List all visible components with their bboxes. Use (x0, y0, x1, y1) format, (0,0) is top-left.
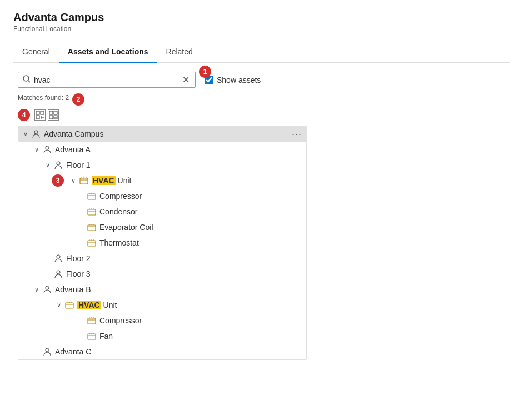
label-compressor-1: Compressor (99, 192, 304, 201)
tree-row-compressor-1[interactable]: Compressor (18, 188, 306, 204)
label-floor-1: Floor 1 (66, 161, 304, 169)
asset-icon-compressor-2 (86, 315, 97, 326)
asset-icon-hvac-unit-2 (64, 299, 75, 311)
matches-text: Matches found: 2 (18, 94, 69, 102)
chevron-hvac-unit-1: ∨ (68, 176, 78, 186)
tab-related[interactable]: Related (157, 42, 202, 63)
location-icon-advanta-campus (31, 128, 42, 139)
svg-point-22 (46, 286, 49, 289)
asset-icon-thermostat (86, 237, 97, 248)
tabs-bar: General Assets and Locations Related (13, 42, 510, 63)
svg-point-12 (34, 131, 38, 134)
callout-badge-3: 3 (52, 174, 64, 187)
label-floor-3: Floor 3 (66, 269, 304, 278)
svg-rect-3 (41, 111, 44, 114)
tree-row-floor-3[interactable]: Floor 3 (18, 266, 306, 282)
svg-rect-8 (54, 111, 57, 114)
label-thermostat: Thermostat (99, 238, 304, 247)
svg-point-20 (57, 255, 60, 258)
label-hvac-unit-1: HVAC Unit (92, 176, 304, 185)
search-icon (23, 75, 31, 84)
tree-row-advanta-c[interactable]: Advanta C (18, 344, 306, 359)
label-floor-2: Floor 2 (66, 254, 304, 263)
location-icon-floor-3 (53, 268, 64, 279)
asset-icon-condensor (86, 206, 97, 217)
tree-row-advanta-campus[interactable]: ∨ Advanta Campus ··· (18, 126, 306, 142)
label-advanta-a: Advanta A (55, 145, 304, 154)
svg-rect-25 (88, 334, 96, 339)
label-hvac-unit-2: HVAC Unit (77, 301, 304, 309)
svg-rect-9 (49, 116, 53, 119)
tree-row-advanta-b[interactable]: ∨ Advanta B (18, 282, 306, 297)
tree-row-floor-2[interactable]: Floor 2 (18, 251, 306, 266)
svg-point-21 (57, 271, 60, 274)
expand-all-button[interactable] (34, 109, 46, 121)
location-icon-advanta-c (42, 346, 53, 357)
label-condensor: Condensor (99, 207, 304, 216)
tree-row-hvac-unit-1[interactable]: 3 ∨ HVAC Unit (18, 173, 306, 188)
location-icon-advanta-a (42, 144, 53, 155)
chevron-floor-1: ∨ (43, 160, 53, 170)
label-fan: Fan (99, 332, 304, 341)
tree: ∨ Advanta Campus ··· ∨ (18, 126, 307, 360)
collapse-all-button[interactable] (48, 109, 59, 121)
tree-row-thermostat[interactable]: Thermostat (18, 235, 306, 251)
content-area: ✕ 1 Show assets Matches found: 2 2 4 (13, 63, 510, 369)
svg-rect-4 (36, 116, 39, 119)
svg-rect-2 (36, 111, 39, 114)
tree-row-condensor[interactable]: Condensor (18, 204, 306, 219)
search-input[interactable] (34, 76, 181, 84)
tab-general[interactable]: General (13, 42, 59, 63)
label-compressor-2: Compressor (99, 316, 304, 325)
search-box: ✕ (18, 72, 196, 88)
chevron-advanta-a: ∨ (32, 144, 42, 154)
svg-rect-18 (88, 225, 96, 231)
tree-row-hvac-unit-2[interactable]: ∨ HVAC Unit (18, 297, 306, 313)
svg-rect-24 (88, 318, 96, 324)
page-subtitle: Functional Location (13, 25, 510, 33)
asset-icon-compressor-1 (86, 191, 97, 202)
callout-badge-4: 4 (18, 109, 30, 121)
clear-search-button[interactable]: ✕ (181, 74, 191, 85)
svg-line-1 (28, 81, 30, 82)
label-advanta-c: Advanta C (55, 347, 304, 356)
tree-row-advanta-a[interactable]: ∨ Advanta A (18, 142, 306, 157)
chevron-advanta-campus: ∨ (21, 129, 31, 139)
label-evaporator-coil: Evaporator Coil (99, 223, 304, 232)
page-title: Advanta Campus (13, 11, 510, 24)
location-icon-floor-1 (53, 159, 64, 171)
svg-rect-7 (49, 111, 53, 114)
tree-row-evaporator-coil[interactable]: Evaporator Coil (18, 219, 306, 235)
svg-point-26 (46, 348, 49, 352)
location-icon-advanta-b (42, 284, 53, 295)
location-icon-floor-2 (53, 253, 64, 264)
svg-rect-16 (88, 194, 96, 199)
tab-assets-locations[interactable]: Assets and Locations (59, 42, 157, 63)
callout-badge-1: 1 (199, 66, 211, 78)
tree-row-floor-1[interactable]: ∨ Floor 1 (18, 157, 306, 173)
chevron-advanta-b: ∨ (32, 284, 42, 294)
svg-point-14 (57, 162, 60, 165)
svg-rect-17 (88, 209, 96, 215)
asset-icon-evaporator-coil (86, 222, 97, 233)
tree-row-fan[interactable]: Fan (18, 328, 306, 344)
tree-row-compressor-2[interactable]: Compressor (18, 313, 306, 328)
svg-rect-23 (66, 303, 73, 308)
asset-icon-hvac-unit-1 (78, 175, 89, 186)
more-button-advanta-campus[interactable]: ··· (290, 128, 304, 140)
asset-icon-fan (86, 331, 97, 342)
label-advanta-b: Advanta B (55, 285, 304, 294)
svg-point-0 (23, 76, 29, 81)
label-advanta-campus: Advanta Campus (44, 129, 287, 138)
show-assets-text: Show assets (217, 76, 261, 84)
show-assets-label[interactable]: Show assets (205, 76, 261, 84)
svg-rect-15 (80, 178, 88, 184)
svg-rect-19 (88, 241, 96, 246)
callout-badge-2: 2 (72, 93, 84, 106)
svg-point-13 (46, 146, 49, 149)
chevron-hvac-unit-2: ∨ (54, 300, 64, 310)
